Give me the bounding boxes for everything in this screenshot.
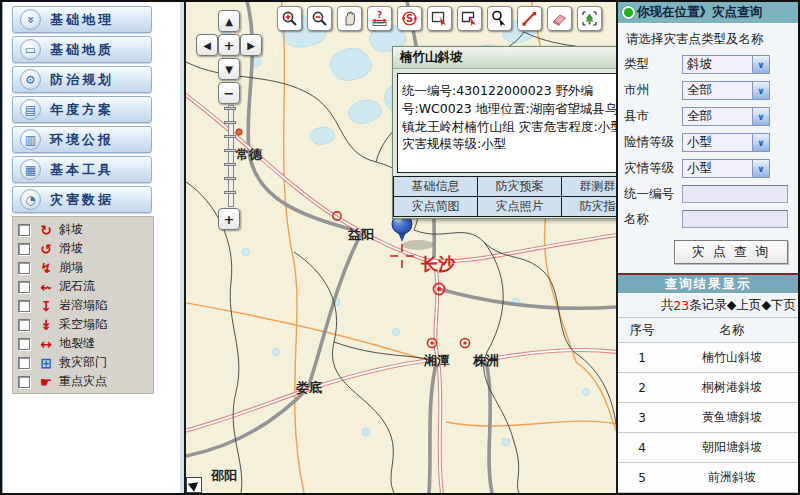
basic-info-button[interactable]: 基础信息 (393, 176, 478, 197)
prefecture-select[interactable]: 全部 ∨ (682, 81, 770, 100)
layer-row-landslide: ↺ 滑坡 (15, 239, 153, 258)
overview-map-toggle[interactable] (186, 477, 202, 493)
danger-level-select[interactable]: 小型 ∨ (682, 133, 770, 152)
table-row[interactable]: 1 楠竹山斜坡 (618, 343, 798, 373)
rect-zoom-out-icon (461, 10, 478, 27)
menu-label: 灾害数据 (50, 191, 114, 209)
menu-label: 基本工具 (50, 161, 114, 179)
zoom-slider[interactable] (224, 105, 236, 205)
disaster-level-row: 灾情等级 小型 ∨ (624, 159, 798, 178)
city-label: 邵阳 (210, 468, 237, 483)
group-monitoring-button[interactable]: 群测群防 (561, 176, 618, 197)
measure-distance-button[interactable]: ? (367, 6, 392, 31)
pan-right-button[interactable]: ▶ (240, 34, 262, 56)
landslide-checkbox[interactable] (18, 243, 30, 255)
svg-text:?: ? (377, 10, 382, 20)
svg-text:S: S (406, 13, 413, 24)
query-disaster-points-button[interactable]: 灾 点 查 询 (674, 240, 788, 264)
menu-label: 基础地质 (50, 41, 114, 59)
sidebar-item-prevention-planning[interactable]: ⚙ 防治规划 (12, 66, 152, 93)
table-row[interactable]: 5 前洲斜坡 (618, 463, 798, 493)
command-button[interactable]: 防灾指挥 (561, 196, 618, 217)
scale-button[interactable]: S (397, 6, 422, 31)
draw-line-icon (521, 10, 538, 27)
relief-department-checkbox[interactable] (18, 357, 30, 369)
legend-tree-button[interactable] (577, 6, 602, 31)
name-row: 名称 (624, 210, 798, 228)
prevention-plan-button[interactable]: 防灾预案 (477, 176, 562, 197)
zoom-out-button[interactable] (307, 6, 332, 31)
circle-select-button[interactable] (487, 6, 512, 31)
sidebar-item-annual-plan[interactable]: ▤ 年度方案 (12, 96, 152, 123)
pan-up-button[interactable]: ▲ (218, 10, 240, 32)
sidebar-item-basic-geography[interactable]: » 基础地理 (12, 6, 152, 33)
type-row: 类型 斜坡 ∨ (624, 55, 798, 74)
table-row[interactable]: 4 朝阳塘斜坡 (618, 433, 798, 463)
prev-page-link[interactable]: ◆上页 (727, 297, 762, 314)
draw-line-button[interactable] (517, 6, 542, 31)
type-select[interactable]: 斜坡 ∨ (682, 55, 770, 74)
eraser-button[interactable] (547, 6, 572, 31)
mining-subsidence-checkbox[interactable] (18, 319, 30, 331)
ground-fissure-checkbox[interactable] (18, 338, 30, 350)
key-disaster-point-checkbox[interactable] (18, 376, 30, 388)
pan-down-button[interactable]: ▼ (218, 58, 240, 80)
sidebar-item-basic-geology[interactable]: ▭ 基础地质 (12, 36, 152, 63)
name-input[interactable] (682, 210, 788, 228)
sidebar-item-disaster-data[interactable]: ◔ 灾害数据 (12, 186, 152, 213)
folder-icon: ▤ (20, 99, 41, 120)
menu-label: 基础地理 (50, 11, 114, 29)
zoom-in-step-button[interactable]: + (218, 208, 240, 230)
debris-flow-icon: ⇜ (36, 279, 56, 295)
table-row[interactable]: 3 黄鱼塘斜坡 (618, 403, 798, 433)
collapse-checkbox[interactable] (18, 262, 30, 274)
site-sketch-button[interactable]: 灾点简图 (393, 196, 478, 217)
left-sidebar: » 基础地理 ▭ 基础地质 ⚙ 防治规划 ▤ 年度方案 ▥ 环境公报 ▦ 基本工… (2, 2, 180, 493)
karst-subsidence-icon: ↧ (36, 298, 56, 314)
form-subtitle: 请选择灾害点类型及名称 (626, 31, 798, 48)
layer-row-mining-subsidence: ↡ 采空塌陷 (15, 315, 153, 334)
scale-icon: S (401, 10, 418, 27)
county-select[interactable]: 全部 ∨ (682, 107, 770, 126)
disaster-level-select[interactable]: 小型 ∨ (682, 159, 770, 178)
popup-title-bar[interactable]: 楠竹山斜坡 X (393, 47, 618, 69)
relief-department-icon: ⊞ (36, 355, 56, 371)
results-header-text: 查询结果显示 (665, 276, 752, 293)
city-label: 益阳 (347, 227, 374, 242)
map-toolbar: ? S (277, 6, 602, 31)
collapse-icon: ↯ (36, 260, 56, 276)
record-count: 23 (673, 298, 689, 313)
pan-left-button[interactable]: ◀ (196, 34, 218, 56)
zoom-out-icon (311, 10, 328, 27)
landslide-icon: ↺ (36, 241, 56, 257)
results-table-header: 序号 名称 (618, 318, 798, 343)
table-row[interactable]: 2 桐树港斜坡 (618, 373, 798, 403)
breadcrumb-text: 你现在位置》灾点查询 (637, 4, 762, 21)
county-row: 县市 全部 ∨ (624, 107, 798, 126)
debris-flow-checkbox[interactable] (18, 281, 30, 293)
location-dot-icon (622, 6, 635, 19)
pagination: 共23条记录◆上页◆下页 (618, 294, 798, 318)
unified-id-row: 统一编号 (624, 185, 798, 203)
slope-checkbox[interactable] (18, 224, 30, 236)
layer-row-key-disaster-point: ☛ 重点灾点 (15, 372, 153, 391)
next-page-link[interactable]: ◆下页 (761, 297, 796, 314)
slope-icon: ↻ (36, 222, 56, 238)
key-disaster-point-icon: ☛ (36, 374, 56, 390)
sidebar-item-basic-tools[interactable]: ▦ 基本工具 (12, 156, 152, 183)
zoom-in-button[interactable] (277, 6, 302, 31)
rect-zoom-in-button[interactable] (427, 6, 452, 31)
site-photo-button[interactable]: 灾点照片 (477, 196, 562, 217)
layer-list: ↻ 斜坡 ↺ 滑坡 ↯ 崩塌 ⇜ 泥石流 ↧ 岩溶塌陷 (12, 216, 154, 394)
rect-zoom-out-button[interactable] (457, 6, 482, 31)
chevron-down-icon: ∨ (752, 56, 769, 73)
popup-title: 楠竹山斜坡 (400, 49, 618, 66)
danger-level-row: 险情等级 小型 ∨ (624, 133, 798, 152)
center-map-button[interactable]: + (218, 34, 240, 56)
pan-button[interactable] (337, 6, 362, 31)
sidebar-item-environment-bulletin[interactable]: ▥ 环境公报 (12, 126, 152, 153)
map-viewport[interactable]: 常德 益阳 长沙 湘潭 株洲 娄底 邵阳 ? (186, 2, 618, 493)
karst-subsidence-checkbox[interactable] (18, 300, 30, 312)
zoom-out-step-button[interactable]: − (218, 82, 240, 104)
unified-id-input[interactable] (682, 185, 788, 203)
